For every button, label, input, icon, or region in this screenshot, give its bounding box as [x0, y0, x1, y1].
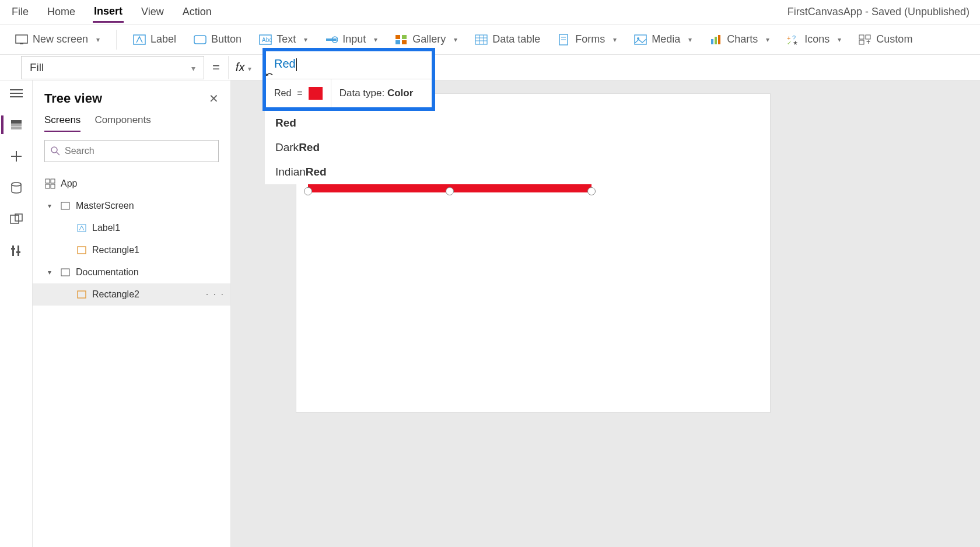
media-rail-icon[interactable]	[8, 211, 24, 227]
svg-rect-36	[11, 120, 22, 124]
input-dropdown[interactable]: Input	[321, 31, 381, 48]
tree-view-panel: Tree view ✕ Screens Components App ▾	[33, 80, 231, 547]
tree-node-masterscreen[interactable]: ▾ MasterScreen	[33, 195, 230, 217]
rectangle-icon	[76, 289, 88, 300]
hamburger-icon[interactable]	[8, 85, 24, 101]
svg-point-41	[12, 183, 21, 186]
svg-rect-37	[11, 124, 22, 127]
svg-rect-52	[46, 184, 50, 188]
media-icon	[634, 33, 647, 46]
svg-rect-24	[718, 35, 720, 44]
resize-handle-center[interactable]	[446, 187, 454, 195]
tree-search[interactable]	[44, 140, 219, 162]
text-dropdown[interactable]: Abc Text	[256, 31, 311, 48]
new-screen-button[interactable]: New screen	[12, 31, 103, 48]
formula-input[interactable]: Red	[266, 51, 432, 79]
forms-label: Forms	[575, 33, 605, 45]
tree-node-app[interactable]: App	[33, 173, 230, 195]
svg-text:★: ★	[793, 40, 798, 45]
search-input[interactable]	[65, 146, 212, 156]
tree-node-rectangle2[interactable]: Rectangle2 · · ·	[33, 283, 230, 306]
menu-insert[interactable]: Insert	[93, 2, 124, 23]
rectangle-icon	[76, 244, 88, 256]
close-icon[interactable]: ✕	[209, 92, 219, 106]
charts-icon	[709, 33, 722, 46]
node-label: Rectangle1	[92, 245, 139, 255]
label-icon	[133, 33, 146, 46]
resize-handle-right[interactable]	[587, 187, 596, 195]
menu-file[interactable]: File	[10, 2, 30, 22]
icons-icon: +?✓★	[787, 33, 800, 46]
property-name: Fill	[30, 61, 44, 74]
svg-rect-9	[402, 35, 407, 39]
data-type-value: Color	[387, 87, 413, 99]
charts-dropdown[interactable]: Charts	[706, 31, 773, 48]
formula-bar: Fill = fx	[0, 55, 980, 80]
fx-button[interactable]: fx	[228, 56, 259, 79]
svg-rect-22	[711, 39, 713, 44]
gallery-dropdown[interactable]: Gallery	[391, 31, 461, 48]
screen-icon	[60, 267, 71, 278]
property-selector[interactable]: Fill	[21, 56, 204, 79]
menu-bar: File Home Insert View Action FirstCanvas…	[0, 0, 980, 24]
caret	[296, 58, 297, 71]
chevron-down-icon	[191, 61, 195, 74]
color-swatch	[309, 87, 323, 100]
autocomplete-item[interactable]: Red	[265, 111, 732, 135]
resize-handle-left[interactable]	[304, 187, 312, 195]
tab-screens[interactable]: Screens	[44, 110, 80, 132]
tree: App ▾ MasterScreen Label1 Rectangle1	[33, 170, 230, 308]
svg-rect-50	[46, 179, 50, 183]
svg-rect-11	[402, 40, 407, 44]
svg-text:✓: ✓	[787, 40, 792, 45]
menu-view[interactable]: View	[140, 2, 165, 22]
data-table-button[interactable]: Data table	[471, 31, 544, 48]
gallery-icon	[395, 33, 408, 46]
add-icon[interactable]	[8, 148, 24, 164]
media-dropdown[interactable]: Media	[631, 31, 695, 48]
formula-value: Red	[274, 57, 296, 70]
forms-icon	[558, 33, 570, 46]
more-icon[interactable]: · · ·	[206, 289, 225, 300]
ac-prefix: Indian	[275, 166, 306, 178]
forms-dropdown[interactable]: Forms	[554, 31, 620, 48]
cursor-icon: ⤺	[265, 69, 273, 80]
chevron-down-icon[interactable]: ▾	[44, 268, 55, 276]
tools-icon[interactable]	[8, 243, 24, 259]
tree-node-label1[interactable]: Label1	[33, 217, 230, 239]
text-icon: Abc	[259, 33, 272, 46]
svg-rect-45	[18, 246, 19, 256]
svg-rect-53	[51, 184, 55, 188]
menu-home[interactable]: Home	[46, 2, 76, 22]
ac-match: Red	[275, 117, 296, 129]
icons-dropdown[interactable]: +?✓★ Icons	[783, 31, 845, 48]
label-button[interactable]: Label	[130, 31, 180, 48]
svg-rect-8	[396, 35, 400, 39]
menu-action[interactable]: Action	[181, 2, 213, 22]
screen-icon	[60, 200, 71, 212]
custom-button[interactable]: + Custom	[855, 31, 916, 48]
svg-rect-29	[859, 35, 864, 39]
formula-info: Red = Data type: Color	[266, 79, 432, 107]
data-type-label: Data type:	[340, 87, 387, 99]
chevron-down-icon[interactable]: ▾	[44, 202, 55, 210]
autocomplete-item[interactable]: IndianRed	[265, 160, 732, 184]
tab-components[interactable]: Components	[94, 110, 150, 132]
charts-label: Charts	[727, 33, 758, 45]
chevron-down-icon	[244, 61, 251, 74]
data-icon[interactable]	[8, 180, 24, 196]
label-label: Label	[150, 33, 176, 45]
svg-rect-0	[16, 35, 27, 43]
autocomplete-item[interactable]: DarkRed	[265, 135, 732, 160]
tree-node-documentation[interactable]: ▾ Documentation	[33, 261, 230, 283]
tree-view-icon[interactable]	[8, 117, 24, 133]
button-button[interactable]: Button	[190, 31, 245, 48]
svg-rect-20	[635, 35, 646, 44]
tree-node-rectangle1[interactable]: Rectangle1	[33, 239, 230, 261]
svg-rect-51	[51, 179, 55, 183]
search-icon	[51, 146, 60, 156]
equals-sign: =	[212, 60, 220, 75]
svg-rect-38	[11, 127, 22, 129]
node-label: Rectangle2	[92, 289, 139, 300]
app-title: FirstCanvasApp - Saved (Unpublished)	[788, 6, 970, 18]
